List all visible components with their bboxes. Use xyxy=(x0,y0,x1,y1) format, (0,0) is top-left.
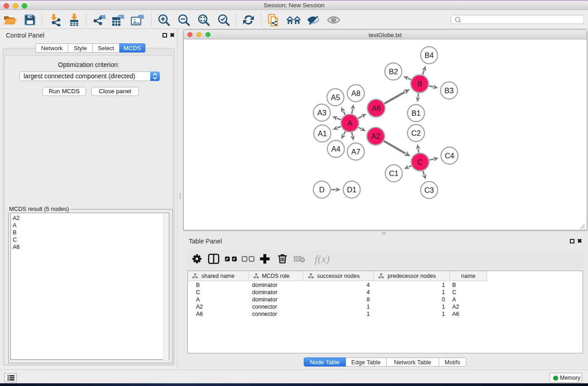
svg-text:D1: D1 xyxy=(347,186,356,194)
svg-text:f(x): f(x) xyxy=(315,253,330,265)
svg-text:C4: C4 xyxy=(445,152,454,160)
svg-text:A8: A8 xyxy=(351,89,360,97)
svg-text:A: A xyxy=(347,119,352,127)
svg-text:D: D xyxy=(319,186,325,194)
svg-text:C3: C3 xyxy=(424,186,434,194)
svg-text:C2: C2 xyxy=(411,129,421,137)
svg-text:B4: B4 xyxy=(425,51,434,59)
svg-text:A3: A3 xyxy=(317,109,326,117)
svg-text:A6: A6 xyxy=(372,104,381,112)
svg-text:C1: C1 xyxy=(389,169,398,177)
svg-text:B1: B1 xyxy=(411,109,421,117)
svg-text:A5: A5 xyxy=(331,93,340,101)
svg-text:A1: A1 xyxy=(318,129,327,138)
svg-text:B3: B3 xyxy=(445,86,454,95)
svg-text:A4: A4 xyxy=(331,145,340,153)
svg-text:A2: A2 xyxy=(371,132,380,140)
svg-text:A7: A7 xyxy=(351,148,360,156)
svg-text:B: B xyxy=(417,80,422,88)
svg-text:B2: B2 xyxy=(389,67,398,76)
svg-text:C: C xyxy=(417,158,423,166)
